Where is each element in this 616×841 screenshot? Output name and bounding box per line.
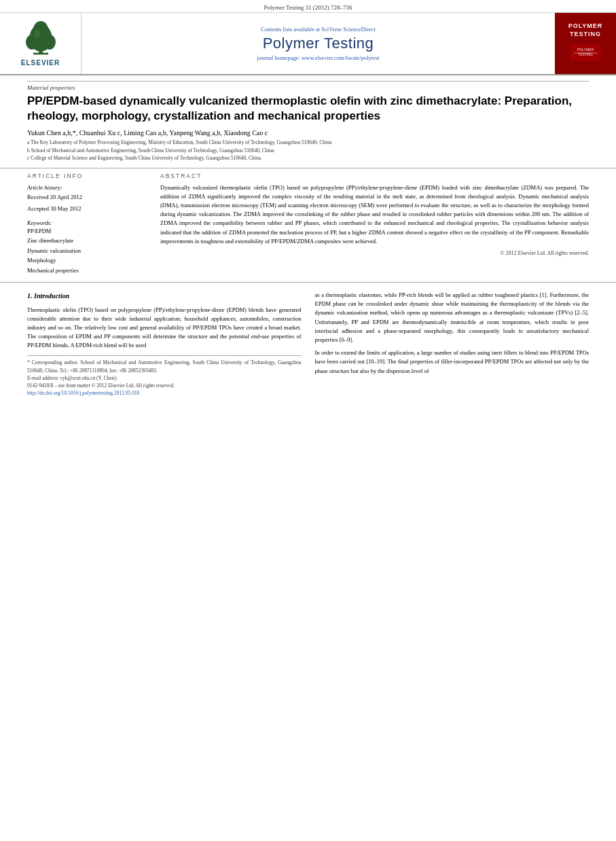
authors-line: Yukun Chen a,b,*, Chuanhui Xu c, Liming … (27, 129, 589, 137)
journal-header: Polymer Testing 31 (2012) 728–736 (0, 0, 616, 13)
article-info-label: ARTICLE INFO (27, 173, 149, 179)
article-info-col: ARTICLE INFO Article history: Received 2… (27, 173, 149, 275)
authors-text: Yukun Chen a,b,*, Chuanhui Xu c, Liming … (27, 129, 268, 137)
article-title: PP/EPDM-based dynamically vulcanized the… (27, 94, 589, 124)
corresponding-author-note: * Corresponding author. School of Mechan… (27, 359, 302, 374)
abstract-col: ABSTRACT Dynamically vulcanized thermopl… (160, 173, 589, 275)
affiliation-b: b School of Mechanical and Automotive En… (27, 147, 589, 155)
introduction-heading: 1. Introduction (27, 291, 302, 302)
main-body: 1. Introduction Thermoplastic olefin (TP… (0, 282, 616, 397)
article-info-content: Article history: Received 20 April 2012 … (27, 183, 149, 213)
sciverse-line: Contents lists available at SciVerse Sci… (261, 26, 376, 33)
doi-link[interactable]: http://dx.doi.org/10.1016/j.polymertesti… (27, 389, 302, 397)
keywords-list: PP/EPDM Zinc dimethacrylate Dynamic vulc… (27, 226, 149, 275)
intro-para-1: Thermoplastic olefin (TPO) based on poly… (27, 306, 302, 351)
affiliations: a The Key Laboratory of Polymer Processi… (27, 139, 589, 162)
elsevier-logo: ELSEVIER (20, 20, 61, 67)
svg-rect-1 (33, 53, 48, 55)
copyright-line: © 2012 Elsevier Ltd. All rights reserved… (160, 250, 589, 256)
keyword-1: PP/EPDM (27, 226, 149, 236)
article-category: Material properties (27, 81, 589, 91)
svg-point-6 (33, 30, 39, 39)
issn-note: 0142-9418/$ – see front matter © 2012 El… (27, 382, 302, 389)
keywords-label: Keywords: (27, 219, 52, 226)
journal-citation: Polymer Testing 31 (2012) 728–736 (264, 4, 352, 11)
accepted-date: Accepted 30 May 2012 (27, 204, 149, 213)
affiliation-a: a The Key Laboratory of Polymer Processi… (27, 139, 589, 147)
body-col-left: 1. Introduction Thermoplastic olefin (TP… (27, 291, 302, 397)
journal-main-title: Polymer Testing (263, 35, 374, 52)
divider-1 (0, 168, 616, 168)
svg-text:POLYMER: POLYMER (577, 48, 593, 52)
polymer-testing-badge: POLYMER TESTING POLYMER TESTING (555, 13, 616, 74)
journal-title-area: Contents lists available at SciVerse Sci… (81, 13, 555, 74)
article-info-abstract-section: ARTICLE INFO Article history: Received 2… (0, 173, 616, 275)
body-col-right: as a thermoplastic elastomer, while PP-r… (315, 291, 590, 397)
elsevier-brand-text: ELSEVIER (21, 59, 60, 67)
keyword-5: Mechanical properties (27, 266, 149, 275)
top-banner: ELSEVIER Contents lists available at Sci… (0, 13, 616, 75)
journal-homepage: journal homepage: www.elsevier.com/locat… (257, 54, 379, 61)
history-label: Article history: (27, 183, 149, 192)
abstract-text: Dynamically vulcanized thermoplastic ole… (160, 183, 589, 246)
email-note: E-mail address: cyk@scut.edu.cn (Y. Chen… (27, 374, 302, 382)
badge-title: POLYMER TESTING (568, 22, 603, 38)
keyword-2: Zinc dimethacrylate (27, 236, 149, 245)
keyword-3: Dynamic vulcanization (27, 246, 149, 255)
badge-logo-icon: POLYMER TESTING (567, 41, 604, 65)
elsevier-logo-area: ELSEVIER (0, 13, 81, 74)
received-date: Received 20 April 2012 (27, 193, 149, 202)
affiliation-c: c College of Material Science and Engine… (27, 155, 589, 162)
intro-para-3: In order to extend the limits of applica… (315, 348, 590, 376)
keyword-4: Morphology (27, 255, 149, 265)
footnote-section: * Corresponding author. School of Mechan… (27, 355, 302, 397)
keywords-section: Keywords: PP/EPDM Zinc dimethacrylate Dy… (27, 219, 149, 275)
svg-point-4 (43, 35, 55, 50)
intro-para-2: as a thermoplastic elastomer, while PP-r… (315, 291, 590, 344)
article-section: Material properties PP/EPDM-based dynami… (0, 75, 616, 162)
introduction-section: 1. Introduction Thermoplastic olefin (TP… (27, 291, 589, 397)
elsevier-tree-icon (20, 20, 61, 58)
abstract-label: ABSTRACT (160, 173, 589, 179)
